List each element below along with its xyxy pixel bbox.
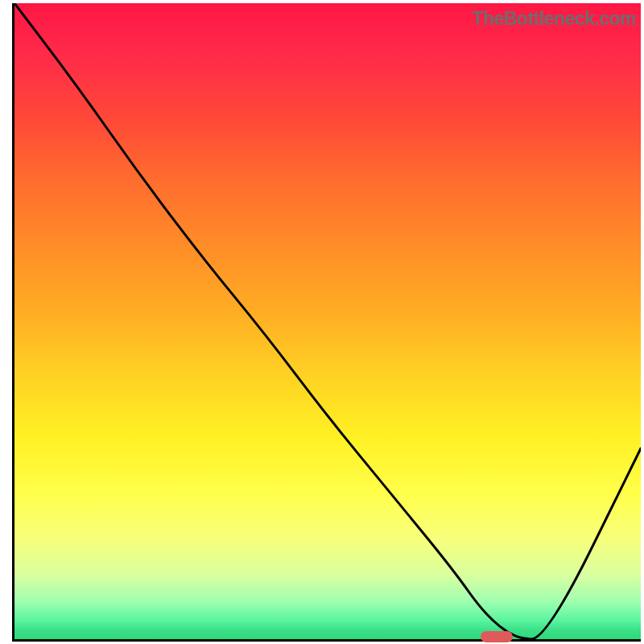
optimal-point-marker	[481, 631, 513, 642]
chart-background-gradient	[14, 3, 641, 639]
chart: TheBottleneck.com	[12, 3, 641, 642]
watermark-text: TheBottleneck.com	[472, 8, 636, 30]
